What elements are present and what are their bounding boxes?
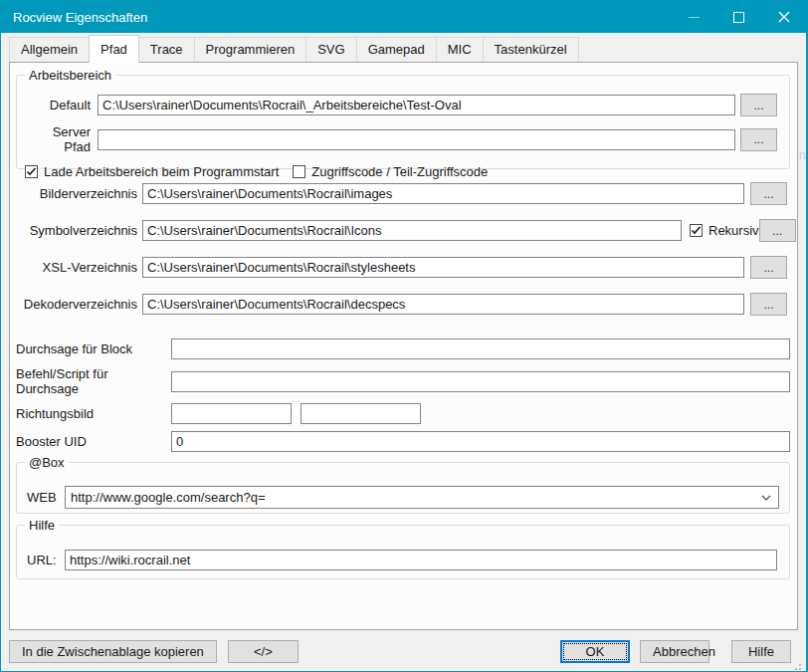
- close-icon: [778, 11, 790, 23]
- bilderverzeichnis-row: Bilderverzeichnis ...: [16, 182, 787, 205]
- close-button[interactable]: [761, 1, 806, 33]
- symbolverzeichnis-label: Symbolverzeichnis: [16, 223, 137, 238]
- tab-programmieren[interactable]: Programmieren: [194, 37, 307, 62]
- dekoderverzeichnis-browse-button[interactable]: ...: [750, 293, 787, 316]
- group-atbox-legend: @Box: [25, 455, 69, 470]
- access-code-checkbox[interactable]: Zugriffscode / Teil-Zugriffscode: [293, 164, 488, 179]
- xsl-verzeichnis-label: XSL-Verzeichnis: [16, 260, 137, 275]
- bilderverzeichnis-browse-button[interactable]: ...: [750, 182, 787, 205]
- server-pfad-browse-button[interactable]: ...: [740, 128, 777, 151]
- dialog-footer: In die Zwischenablage kopieren </> OK Ab…: [1, 630, 806, 672]
- url-input[interactable]: [65, 550, 777, 570]
- server-pfad-input[interactable]: [98, 129, 735, 150]
- befehl-script-input[interactable]: [171, 371, 790, 392]
- group-arbeitsbereich: Arbeitsbereich Default ... Server Pfad .…: [16, 75, 790, 169]
- checkbox-box: [25, 165, 38, 178]
- window-title: Rocview Eigenschaften: [1, 10, 147, 25]
- richtungsbild-input-1[interactable]: [171, 403, 292, 424]
- group-hilfe-legend: Hilfe: [25, 518, 59, 533]
- symbolverzeichnis-input[interactable]: [142, 220, 682, 241]
- tab-allgemein[interactable]: Allgemein: [9, 37, 90, 62]
- durchsage-block-input[interactable]: [171, 338, 790, 359]
- befehl-script-label: Befehl/Script für Durchsage: [16, 366, 171, 396]
- check-icon: [691, 225, 702, 236]
- bilderverzeichnis-input[interactable]: [142, 183, 744, 204]
- tab-gamepad[interactable]: Gamepad: [356, 37, 437, 62]
- web-combobox[interactable]: http://www.google.com/search?q=: [65, 486, 779, 509]
- web-combobox-value: http://www.google.com/search?q=: [71, 490, 265, 505]
- tab-pfad[interactable]: Pfad: [89, 35, 139, 63]
- symbolverzeichnis-browse-button[interactable]: ...: [759, 219, 796, 242]
- server-pfad-label: Server Pfad: [25, 124, 91, 154]
- url-label: URL:: [27, 553, 65, 567]
- tab-svg[interactable]: SVG: [305, 37, 356, 62]
- titlebar: Rocview Eigenschaften: [1, 1, 806, 33]
- booster-uid-row: Booster UID: [16, 431, 790, 452]
- group-atbox: @Box WEB http://www.google.com/search?q=: [16, 462, 790, 514]
- dialog-rocview-eigenschaften: Rocview Eigenschaften Allgemein Pfad Tra…: [0, 0, 808, 672]
- xml-code-button[interactable]: </>: [228, 640, 299, 663]
- default-label: Default: [25, 98, 91, 112]
- tab-mic[interactable]: MIC: [436, 37, 484, 62]
- cancel-button[interactable]: Abbrechen: [640, 640, 709, 663]
- resize-grip[interactable]: [799, 664, 801, 666]
- chevron-down-icon: [761, 495, 771, 501]
- minimize-icon: [689, 17, 700, 18]
- web-label: WEB: [27, 490, 65, 505]
- ok-button[interactable]: OK: [560, 640, 630, 663]
- durchsage-block-row: Durchsage für Block: [16, 338, 790, 359]
- durchsage-block-label: Durchsage für Block: [16, 341, 171, 356]
- dekoderverzeichnis-input[interactable]: [142, 294, 744, 315]
- group-hilfe: Hilfe URL:: [16, 525, 790, 579]
- maximize-button[interactable]: [716, 1, 761, 33]
- xsl-verzeichnis-input[interactable]: [142, 257, 744, 278]
- xsl-verzeichnis-browse-button[interactable]: ...: [750, 256, 787, 279]
- xsl-verzeichnis-row: XSL-Verzeichnis ...: [16, 256, 787, 279]
- load-workspace-checkbox[interactable]: Lade Arbeitsbereich beim Programmstart: [25, 164, 279, 179]
- rekursiv-checkbox[interactable]: Rekursiv: [690, 223, 759, 238]
- richtungsbild-row: Richtungsbild: [16, 403, 790, 424]
- caption-buttons: [672, 1, 806, 33]
- copy-to-clipboard-button[interactable]: In die Zwischenablage kopieren: [9, 640, 217, 663]
- minimize-button[interactable]: [672, 1, 716, 33]
- maximize-icon: [733, 12, 744, 23]
- group-arbeitsbereich-legend: Arbeitsbereich: [25, 68, 115, 83]
- tab-bar: Allgemein Pfad Trace Programmieren SVG G…: [1, 33, 806, 62]
- tab-tastenkuerzel[interactable]: Tastenkürzel: [483, 37, 579, 62]
- help-button[interactable]: Hilfe: [731, 640, 791, 663]
- tab-page-pfad: Arbeitsbereich Default ... Server Pfad .…: [9, 62, 798, 630]
- checkbox-box: [293, 165, 305, 178]
- booster-uid-label: Booster UID: [16, 434, 171, 449]
- default-browse-button[interactable]: ...: [740, 94, 777, 116]
- tab-trace[interactable]: Trace: [138, 37, 195, 62]
- symbolverzeichnis-row: Symbolverzeichnis Rekursiv ...: [16, 219, 787, 242]
- booster-uid-input[interactable]: [171, 431, 790, 452]
- rekursiv-label: Rekursiv: [708, 223, 759, 238]
- richtungsbild-label: Richtungsbild: [16, 406, 171, 421]
- load-workspace-label: Lade Arbeitsbereich beim Programmstart: [44, 164, 279, 179]
- bilderverzeichnis-label: Bilderverzeichnis: [16, 186, 137, 201]
- befehl-script-row: Befehl/Script für Durchsage: [16, 366, 790, 396]
- richtungsbild-input-2[interactable]: [301, 403, 421, 424]
- dekoderverzeichnis-row: Dekoderverzeichnis ...: [16, 293, 787, 316]
- access-code-label: Zugriffscode / Teil-Zugriffscode: [311, 164, 488, 179]
- default-path-input[interactable]: [98, 95, 735, 115]
- check-icon: [26, 166, 37, 177]
- dekoderverzeichnis-label: Dekoderverzeichnis: [16, 297, 137, 312]
- checkbox-box: [690, 224, 703, 237]
